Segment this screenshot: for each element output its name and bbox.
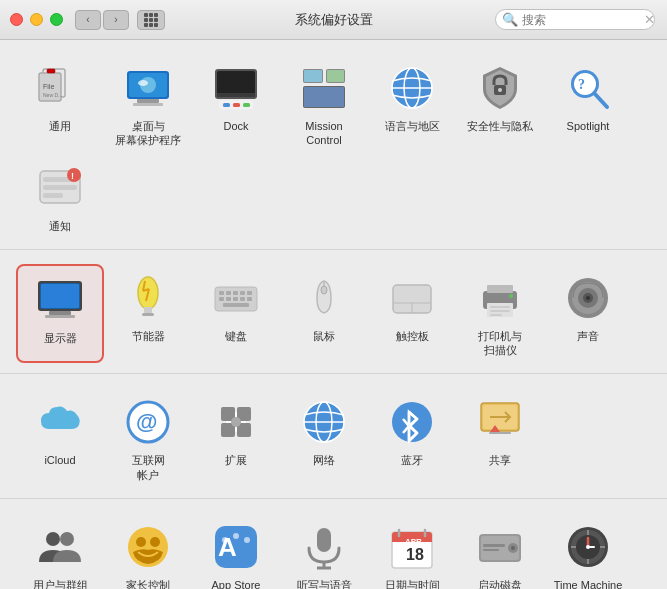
- security-label: 安全性与隐私: [467, 119, 533, 133]
- pref-language[interactable]: 语言与地区: [368, 54, 456, 154]
- pref-mission[interactable]: MissionControl: [280, 54, 368, 154]
- notification-label: 通知: [49, 219, 71, 233]
- pref-spotlight[interactable]: ? Spotlight: [544, 54, 632, 154]
- svg-rect-99: [241, 421, 246, 423]
- extensions-label: 扩展: [225, 453, 247, 467]
- svg-rect-113: [489, 432, 511, 434]
- svg-rect-45: [43, 185, 77, 190]
- pref-extensions[interactable]: 扩展: [192, 388, 280, 488]
- back-button[interactable]: ‹: [75, 10, 101, 30]
- svg-point-114: [46, 532, 60, 546]
- pref-startup[interactable]: 启动磁盘: [456, 513, 544, 589]
- svg-rect-6: [144, 23, 148, 27]
- pref-desktop[interactable]: 桌面与屏幕保护程序: [104, 54, 192, 154]
- timemachine-label: Time Machine: [554, 578, 623, 589]
- internet-accounts-label: 互联网帐户: [132, 453, 165, 482]
- pref-display[interactable]: 显示器: [16, 264, 104, 364]
- forward-button[interactable]: ›: [103, 10, 129, 30]
- datetime-icon: APR 18: [386, 521, 438, 573]
- section-internet: iCloud @ 互联网帐户: [0, 374, 667, 499]
- search-input[interactable]: [522, 13, 642, 27]
- svg-text:?: ?: [578, 77, 585, 92]
- general-icon: File New D...: [34, 62, 86, 114]
- svg-text:File: File: [43, 83, 54, 90]
- display-label: 显示器: [44, 331, 77, 345]
- pref-icloud[interactable]: iCloud: [16, 388, 104, 488]
- pref-appstore[interactable]: A App Store: [192, 513, 280, 589]
- notification-icon: !: [34, 162, 86, 214]
- pref-bluetooth[interactable]: 蓝牙: [368, 388, 456, 488]
- minimize-button[interactable]: [30, 13, 43, 26]
- search-icon: 🔍: [502, 12, 518, 27]
- desktop-label: 桌面与屏幕保护程序: [115, 119, 181, 148]
- svg-text:18: 18: [406, 546, 424, 563]
- svg-rect-30: [304, 70, 322, 82]
- svg-rect-26: [243, 103, 250, 107]
- sharing-label: 共享: [489, 453, 511, 467]
- svg-rect-52: [45, 315, 75, 318]
- svg-rect-139: [483, 549, 499, 551]
- section-personal: File New D... 通用: [0, 40, 667, 250]
- parental-icon: [122, 521, 174, 573]
- svg-rect-32: [304, 87, 344, 107]
- pref-parental[interactable]: 家长控制: [104, 513, 192, 589]
- svg-rect-17: [133, 103, 163, 106]
- search-box[interactable]: 🔍 ✕: [495, 9, 655, 30]
- mouse-icon: [298, 272, 350, 324]
- network-label: 网络: [313, 453, 335, 467]
- pref-sound[interactable]: 声音: [544, 264, 632, 364]
- pref-general[interactable]: File New D... 通用: [16, 54, 104, 154]
- svg-rect-55: [144, 307, 152, 313]
- svg-text:New D...: New D...: [43, 92, 62, 98]
- system-grid: 用户与群组 家长控制: [16, 513, 651, 589]
- svg-rect-3: [144, 18, 148, 22]
- svg-rect-7: [149, 23, 153, 27]
- pref-notification[interactable]: ! 通知: [16, 154, 104, 239]
- svg-point-149: [586, 545, 590, 549]
- svg-rect-4: [149, 18, 153, 22]
- pref-trackpad[interactable]: 触控板: [368, 264, 456, 364]
- svg-rect-0: [144, 13, 148, 17]
- svg-rect-96: [235, 412, 237, 417]
- timemachine-icon: [562, 521, 614, 573]
- pref-sharing[interactable]: 共享: [456, 388, 544, 488]
- pref-energy[interactable]: 节能器: [104, 264, 192, 364]
- pref-printer[interactable]: 打印机与扫描仪: [456, 264, 544, 364]
- pref-dock[interactable]: Dock: [192, 54, 280, 154]
- extensions-icon: [210, 396, 262, 448]
- svg-point-73: [321, 286, 327, 294]
- close-button[interactable]: [10, 13, 23, 26]
- pref-timemachine[interactable]: Time Machine: [544, 513, 632, 589]
- pref-security[interactable]: 安全性与隐私: [456, 54, 544, 154]
- pref-mouse[interactable]: 鼠标: [280, 264, 368, 364]
- pref-network[interactable]: 网络: [280, 388, 368, 488]
- network-icon: [298, 396, 350, 448]
- startup-icon: [474, 521, 526, 573]
- section-system: 用户与群组 家长控制: [0, 499, 667, 589]
- svg-point-137: [511, 546, 515, 550]
- pref-dictation[interactable]: 听写与语音: [280, 513, 368, 589]
- mission-label: MissionControl: [305, 119, 342, 148]
- grid-view-button[interactable]: [137, 10, 165, 30]
- svg-point-115: [60, 532, 74, 546]
- spotlight-icon: ?: [562, 62, 614, 114]
- maximize-button[interactable]: [50, 13, 63, 26]
- pref-datetime[interactable]: APR 18 日期与时间: [368, 513, 456, 589]
- svg-rect-62: [226, 291, 231, 295]
- sharing-icon: [474, 396, 526, 448]
- svg-point-121: [222, 537, 228, 543]
- svg-point-123: [233, 533, 239, 539]
- dictation-label: 听写与语音: [297, 578, 352, 589]
- users-label: 用户与群组: [33, 578, 88, 589]
- svg-rect-69: [240, 297, 245, 301]
- titlebar: ‹ › 系统偏好设置 🔍 ✕: [0, 0, 667, 40]
- pref-internet-accounts[interactable]: @ 互联网帐户: [104, 388, 192, 488]
- pref-users[interactable]: 用户与群组: [16, 513, 104, 589]
- svg-rect-53: [41, 284, 79, 308]
- hardware-grid: 显示器 节能器: [16, 264, 651, 364]
- internet-accounts-icon: @: [122, 396, 174, 448]
- svg-text:!: !: [71, 171, 74, 181]
- search-clear-button[interactable]: ✕: [644, 12, 655, 27]
- pref-keyboard[interactable]: 键盘: [192, 264, 280, 364]
- svg-rect-25: [233, 103, 240, 107]
